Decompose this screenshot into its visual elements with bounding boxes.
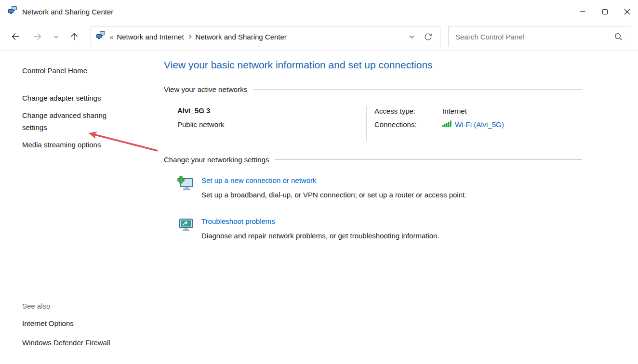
sidebar-item-media-streaming-options[interactable]: Media streaming options [22,139,127,151]
breadcrumb-overflow[interactable]: « [109,33,113,41]
navigation-toolbar: « Network and Internet Network and Shari… [0,23,638,51]
sidebar-item-internet-options[interactable]: Internet Options [22,317,127,329]
address-dropdown-button[interactable] [403,27,420,46]
refresh-button[interactable] [420,27,436,46]
sidebar-task-links: Change adapter settings Change advanced … [22,92,149,151]
troubleshoot-icon [177,217,196,240]
close-button[interactable] [616,0,638,23]
breadcrumb-item-network-and-internet[interactable]: Network and Internet [114,33,186,41]
network-name: Alvi_5G 3 [177,106,366,115]
network-type: Public network [177,120,366,129]
sidebar-item-change-advanced-sharing-settings[interactable]: Change advanced sharing settings [22,109,127,133]
up-button[interactable] [66,28,83,45]
address-network-icon [96,31,106,42]
sidebar-item-windows-defender-firewall[interactable]: Windows Defender Firewall [22,337,127,349]
sidebar-item-change-adapter-settings[interactable]: Change adapter settings [22,92,127,104]
task-item-troubleshoot: Troubleshoot problems Diagnose and repai… [164,217,582,240]
sidebar: Control Panel Home Change adapter settin… [0,51,149,364]
minimize-button[interactable] [572,0,594,23]
section-rule [275,159,582,160]
maximize-button[interactable] [594,0,616,23]
search-input[interactable] [454,32,611,41]
wifi-signal-icon [442,120,452,129]
search-box[interactable] [448,26,630,47]
chevron-down-icon [408,33,415,40]
address-bar[interactable]: « Network and Internet Network and Shari… [91,26,440,47]
close-icon [624,9,630,15]
setup-new-connection-description: Set up a broadband, dial-up, or VPN conn… [201,191,466,199]
section-rule [253,89,582,90]
new-connection-icon [177,176,196,199]
see-also-section: See also Internet Options Windows Defend… [22,302,127,349]
access-type-value: Internet [442,107,467,115]
nav-buttons [7,28,83,45]
arrow-left-icon [11,32,20,41]
see-also-heading: See also [22,302,127,310]
network-sharing-center-window: Network and Sharing Center [0,0,638,51]
forward-button[interactable] [29,28,46,45]
connections-label: Connections: [374,120,442,129]
titlebar: Network and Sharing Center [0,0,638,23]
search-icon [614,32,623,41]
active-networks-heading: View your active networks [164,85,247,93]
setup-new-connection-link[interactable]: Set up a new connection or network [201,176,316,184]
connections-row: Connections: [374,120,504,129]
troubleshoot-problems-link[interactable]: Troubleshoot problems [201,217,275,225]
task-item-new-connection: Set up a new connection or network Set u… [164,176,582,199]
window-controls [572,0,638,23]
main-content: View your basic network information and … [164,51,582,240]
arrow-up-icon [69,32,79,41]
access-type-row: Access type: Internet [374,107,504,115]
access-type-label: Access type: [374,107,442,115]
breadcrumb-separator-icon [186,33,193,40]
active-network-item: Alvi_5G 3 Public network Access type: In… [164,106,582,141]
network-identity: Alvi_5G 3 Public network [177,106,366,141]
troubleshoot-description: Diagnose and repair network problems, or… [201,232,439,240]
recent-pages-button[interactable] [51,28,61,45]
networking-settings-section-header: Change your networking settings [164,156,582,164]
back-button[interactable] [7,28,24,45]
active-networks-section-header: View your active networks [164,85,582,93]
maximize-icon [602,9,608,14]
sidebar-item-control-panel-home[interactable]: Control Panel Home [22,66,149,75]
networking-settings-heading: Change your networking settings [164,156,269,164]
search-button[interactable] [611,27,625,46]
refresh-icon [424,32,433,41]
settings-task-list: Set up a new connection or network Set u… [164,176,582,240]
minimize-icon [580,9,585,14]
breadcrumb-item-network-and-sharing-center[interactable]: Network and Sharing Center [193,33,289,41]
wifi-connection-link[interactable]: Wi-Fi (Alvi_5G) [455,120,504,129]
chevron-down-icon [53,34,59,40]
network-app-icon [8,6,17,17]
network-details: Access type: Internet Connections: [367,106,504,141]
arrow-right-icon [33,32,42,41]
page-title: View your basic network information and … [164,59,582,71]
window-title: Network and Sharing Center [22,8,113,16]
